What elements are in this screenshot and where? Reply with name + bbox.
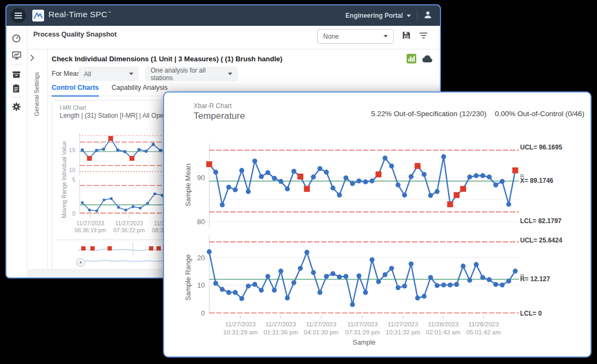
range-center-text: = 12.127	[525, 275, 550, 283]
filter-button[interactable]	[419, 32, 428, 41]
x-axis-title: Sample	[337, 339, 391, 346]
navigator-handle[interactable]	[76, 258, 85, 267]
filter-lines-icon	[419, 32, 428, 39]
gauge-icon	[12, 34, 21, 43]
report-select-value: None	[323, 33, 339, 40]
svg-text:0: 0	[72, 210, 75, 217]
range-ucl-text: UCL= 25.6424	[520, 237, 562, 244]
sidebar-item-archive[interactable]	[12, 70, 22, 80]
caret-down-icon	[383, 35, 388, 38]
sidebar-divider	[12, 97, 22, 97]
caret-down-icon	[129, 73, 133, 75]
portal-dropdown[interactable]: Engineering Portal	[345, 12, 411, 19]
gear-icon	[12, 102, 21, 111]
portal-label: Engineering Portal	[345, 12, 403, 19]
mean-lcl-label: LCL= 82.1797	[520, 217, 562, 225]
download-button[interactable]	[422, 55, 433, 65]
svg-text:10: 10	[197, 281, 205, 289]
caret-down-icon	[407, 15, 411, 17]
svg-text:20: 20	[197, 254, 205, 262]
sidebar-item-charts[interactable]	[12, 51, 22, 61]
app-title-text: Real-Time SPC	[48, 10, 108, 19]
range-lcl-label: LCL= 0	[520, 310, 542, 317]
save-button[interactable]	[402, 31, 411, 42]
navbar-divider	[417, 10, 417, 22]
panel-strip-divider	[47, 49, 48, 269]
top-navbar: Real-Time SPC™ Engineering Portal	[6, 5, 440, 26]
floppy-disk-icon	[402, 31, 411, 40]
mean-ucl-label: UCL= 96.1695	[520, 144, 562, 151]
measure-select-value: All	[84, 70, 91, 78]
caret-down-icon	[228, 73, 232, 75]
svg-text:90: 90	[197, 174, 205, 182]
x-tick-label: 11/28/202305:01:42 am	[458, 320, 509, 337]
xbar-chart-plot: 9080	[180, 140, 527, 234]
header-divider	[27, 49, 440, 49]
popup-title: Temperature	[194, 111, 245, 122]
range-chart-plot: 20100	[180, 233, 527, 324]
panel-title: Check Individual Dimensions (1 Unit | 3 …	[52, 55, 282, 63]
mean-lcl-text: LCL= 82.1797	[520, 217, 562, 225]
x-axis-labels: 11/27/202310:31:29 am11/27/202301:31:36 …	[164, 320, 591, 338]
svg-text:5: 5	[72, 176, 75, 183]
range-ucl-label: UCL= 25.6424	[520, 237, 562, 244]
report-select[interactable]: None	[317, 29, 394, 44]
navbar-right: Engineering Portal	[345, 5, 432, 26]
sidebar-item-tasks[interactable]	[12, 84, 22, 94]
tab-capability-analysis[interactable]: Capability Analysis	[112, 84, 168, 97]
app-logo-icon	[32, 10, 44, 22]
menu-button[interactable]	[11, 8, 26, 23]
xbar-r-popup-window: Xbar-R Chart Temperature 5.22% Out-of-Sp…	[163, 91, 592, 358]
analysis-select-value: One analysis for all stations	[151, 67, 228, 82]
rbar-symbol: R	[520, 275, 525, 283]
sidebar-item-settings[interactable]	[12, 102, 22, 112]
chevron-right-icon	[30, 54, 35, 61]
svg-text:10: 10	[69, 167, 75, 173]
sidebar-item-dashboard[interactable]	[12, 34, 22, 44]
chart-type-button[interactable]	[407, 54, 416, 66]
hamburger-icon	[15, 12, 22, 19]
svg-text:15: 15	[69, 147, 75, 153]
mean-center-text: = 89.1746	[524, 177, 553, 184]
general-settings-label: General Settings	[33, 72, 40, 116]
sidebar-divider	[12, 64, 22, 65]
svg-text:0: 0	[201, 309, 205, 317]
clipboard-icon	[12, 84, 20, 93]
mean-ucl-text: UCL= 96.1695	[520, 144, 562, 151]
popup-chart-type-label: Xbar-R Chart	[194, 102, 232, 110]
page-title: Process Quality Snapshot	[33, 31, 117, 38]
archive-box-icon	[12, 70, 21, 79]
panel-actions	[407, 54, 433, 66]
out-of-spec-stat: 5.22% Out-of-Specification (12/230)	[371, 110, 487, 118]
cloud-download-icon	[422, 55, 433, 63]
bar-chart-green-icon	[407, 54, 416, 63]
collapse-panel-button[interactable]	[30, 54, 35, 63]
sidebar	[6, 26, 27, 277]
imr-chart-type-label: I-MR Chart	[60, 105, 86, 111]
tab-bar: Control Charts Capability Analysis	[52, 84, 168, 97]
range-center-label: R= 12.127	[520, 275, 550, 283]
svg-text:80: 80	[197, 218, 205, 226]
monitor-chart-icon	[12, 51, 22, 60]
out-of-control-stat: 0.00% Out-of-Control (0/46)	[495, 110, 585, 118]
trademark: ™	[108, 11, 111, 15]
tab-control-charts[interactable]: Control Charts	[52, 84, 99, 97]
header-controls: None	[317, 29, 428, 44]
analysis-select[interactable]: One analysis for all stations	[145, 67, 238, 81]
measure-select[interactable]: All	[79, 67, 139, 81]
user-icon[interactable]	[423, 10, 432, 22]
range-lcl-text: LCL= 0	[520, 310, 542, 317]
mean-center-label: X= 89.1746	[520, 177, 553, 184]
app-title: Real-Time SPC™	[48, 10, 111, 19]
imr-chart-subtitle: Length | (31) Station [I-MR] | All Opera…	[60, 112, 180, 119]
xdoublebar-symbol: X	[520, 177, 524, 184]
